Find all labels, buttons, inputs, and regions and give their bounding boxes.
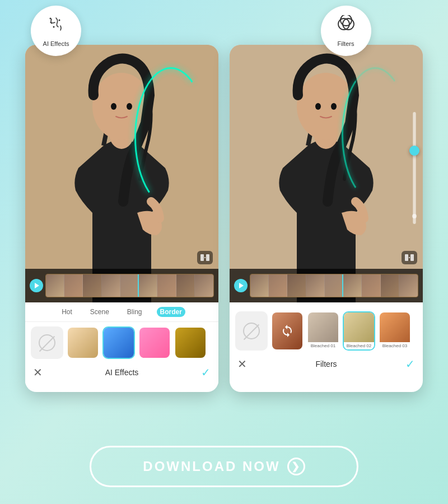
none-icon [39, 334, 55, 351]
right-action-bar: ✕ Filters ✓ [230, 355, 423, 374]
film-frame [306, 274, 325, 297]
filter-1[interactable] [271, 311, 304, 351]
confirm-button-right[interactable]: ✓ [405, 357, 415, 371]
svg-point-17 [331, 103, 337, 110]
timeline-strip-left [25, 269, 218, 302]
svg-rect-9 [206, 254, 209, 261]
svg-rect-18 [405, 254, 408, 261]
film-strip-right [250, 274, 418, 297]
tab-border[interactable]: Border [157, 307, 185, 317]
timeline-cursor-left [138, 274, 139, 297]
film-frame [46, 274, 64, 297]
film-frame [399, 274, 418, 297]
svg-rect-8 [200, 254, 204, 261]
svg-rect-19 [410, 254, 414, 261]
film-frame [120, 274, 139, 297]
filter-bleached01-label: Bleached 01 [308, 342, 338, 349]
download-section: DOWNLOAD NOW ❯ [90, 446, 358, 487]
film-frame [64, 274, 83, 297]
tab-hot[interactable]: Hot [58, 307, 76, 317]
right-panel-title: Filters [315, 360, 337, 368]
phones-row: AI Effects [0, 17, 448, 392]
left-phone-wrapper: AI Effects [25, 17, 218, 392]
film-frame [83, 274, 101, 297]
cancel-button-right[interactable]: ✕ [237, 357, 247, 371]
filter-slider[interactable] [413, 112, 416, 224]
ai-effects-badge: AI Effects [31, 6, 81, 56]
svg-point-16 [315, 103, 321, 110]
svg-point-7 [127, 103, 132, 110]
film-frame [139, 274, 157, 297]
ai-effects-label: AI Effects [43, 40, 69, 47]
film-frame [157, 274, 176, 297]
play-button-right[interactable] [234, 279, 248, 292]
film-frame [381, 274, 399, 297]
play-icon-left [35, 283, 39, 288]
film-frame [176, 274, 195, 297]
right-phone-wrapper: Filters [230, 17, 423, 392]
download-label: DOWNLOAD NOW [143, 459, 280, 474]
download-button[interactable]: DOWNLOAD NOW ❯ [90, 446, 358, 487]
film-frame [325, 274, 343, 297]
filter-bleached02[interactable]: Bleached 02 [343, 311, 375, 351]
filter-bleached03-label: Bleached 03 [380, 342, 410, 349]
neon-glow-left [134, 67, 207, 207]
filters-label: Filters [338, 40, 354, 47]
filter-none[interactable] [235, 311, 268, 351]
filter-none-icon [243, 323, 260, 339]
main-container: AI Effects [0, 0, 448, 504]
effect-4[interactable] [174, 326, 207, 359]
right-photo-area [230, 45, 423, 302]
svg-point-6 [111, 103, 116, 110]
film-strip-left [45, 274, 214, 297]
svg-point-2 [53, 26, 55, 27]
svg-point-1 [59, 19, 60, 21]
ai-effects-icon [46, 15, 66, 38]
left-tab-bar: Hot Scene Bling Border [25, 307, 218, 322]
compare-icon-left[interactable] [197, 251, 213, 264]
svg-point-12 [340, 15, 352, 26]
tab-bling[interactable]: Bling [124, 307, 146, 317]
cancel-button-left[interactable]: ✕ [33, 366, 43, 379]
play-icon-right [239, 283, 244, 288]
neon-glow-right [342, 67, 409, 202]
tab-scene[interactable]: Scene [87, 307, 113, 317]
timeline-cursor-right [342, 274, 343, 297]
right-phone-mockup: Bleached 01 Bleached 02 Bleached 03 [230, 45, 423, 392]
filters-icon [336, 15, 356, 38]
filter-bleached02-label: Bleached 02 [344, 342, 374, 349]
filter-grid: Bleached 01 Bleached 02 Bleached 03 [230, 307, 423, 355]
effect-1[interactable] [67, 326, 99, 359]
effect-none[interactable] [31, 326, 63, 359]
film-frame [287, 274, 306, 297]
left-photo-area [25, 45, 218, 302]
filter-bleached01[interactable]: Bleached 01 [307, 311, 339, 351]
download-arrow-icon: ❯ [287, 458, 305, 475]
timeline-strip-right [230, 269, 423, 302]
svg-point-0 [50, 17, 52, 19]
slider-handle[interactable] [409, 146, 419, 156]
film-frame [102, 274, 120, 297]
compare-icon-right[interactable] [402, 251, 417, 264]
film-frame [343, 274, 362, 297]
film-frame [195, 274, 213, 297]
filter-bleached03[interactable]: Bleached 03 [379, 311, 411, 351]
right-bottom-panel: Bleached 01 Bleached 02 Bleached 03 [230, 302, 423, 376]
play-button-left[interactable] [30, 279, 43, 292]
effects-grid [25, 322, 218, 363]
slider-dot [412, 214, 417, 218]
film-frame [362, 274, 380, 297]
left-bottom-panel: Hot Scene Bling Border [25, 302, 218, 385]
effect-3[interactable] [138, 326, 171, 359]
left-action-bar: ✕ AI Effects ✓ [25, 363, 218, 382]
left-phone-mockup: Hot Scene Bling Border [25, 45, 218, 392]
confirm-button-left[interactable]: ✓ [201, 366, 211, 379]
left-panel-title: AI Effects [105, 368, 139, 377]
film-frame [269, 274, 287, 297]
effect-2-active[interactable] [102, 326, 135, 359]
film-frame [250, 274, 269, 297]
filters-badge: Filters [321, 6, 371, 56]
